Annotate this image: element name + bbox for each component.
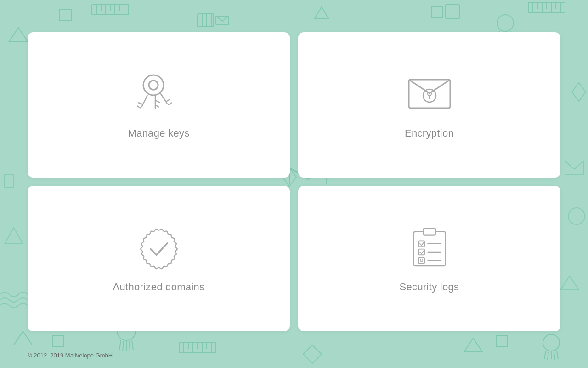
svg-line-76: [166, 99, 170, 102]
badge-icon: [131, 224, 187, 270]
svg-rect-86: [423, 228, 435, 235]
clipboard-icon: [402, 224, 457, 270]
footer: © 2012–2019 Mailvelope GmbH: [28, 352, 113, 359]
keys-icon: [131, 70, 187, 116]
copyright-text: © 2012–2019 Mailvelope GmbH: [28, 352, 113, 359]
svg-line-79: [138, 103, 143, 104]
encryption-label: Encryption: [405, 127, 454, 139]
svg-point-92: [420, 259, 423, 261]
svg-line-78: [141, 95, 147, 107]
svg-point-70: [143, 75, 164, 95]
authorized-domains-card[interactable]: Authorized domains: [28, 186, 290, 331]
svg-point-71: [149, 80, 158, 90]
security-logs-label: Security logs: [400, 281, 459, 293]
authorized-domains-label: Authorized domains: [113, 281, 205, 293]
manage-keys-label: Manage keys: [128, 127, 189, 139]
envelope-icon: [402, 70, 457, 116]
svg-line-77: [168, 103, 172, 105]
encryption-card[interactable]: Encryption: [298, 32, 560, 178]
card-grid: Manage keys Encryption: [0, 0, 588, 368]
svg-line-73: [155, 100, 160, 103]
svg-rect-91: [418, 258, 424, 264]
manage-keys-card[interactable]: Manage keys: [28, 32, 290, 178]
security-logs-card[interactable]: Security logs: [298, 186, 560, 331]
svg-line-80: [137, 106, 141, 108]
